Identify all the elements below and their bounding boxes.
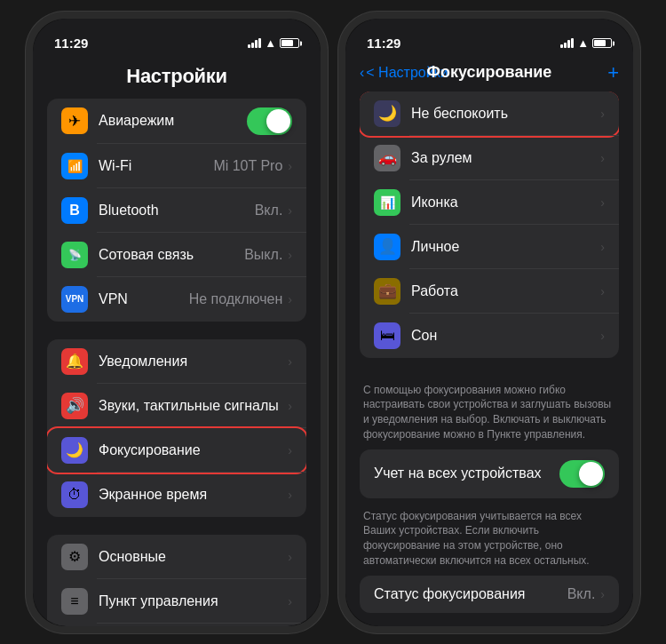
wifi-value: Mi 10T Pro (213, 158, 282, 174)
back-chevron-icon: ‹ (360, 65, 364, 81)
sounds-icon: 🔊 (61, 393, 88, 419)
sync-toggle[interactable] (559, 460, 605, 488)
personal-chevron: › (600, 240, 605, 254)
sounds-chevron: › (288, 399, 292, 413)
focus-icon: 🌙 (61, 437, 88, 464)
bluetooth-row[interactable]: B Bluetooth Вкл. › (47, 188, 306, 233)
cellular-icon: 📡 (61, 242, 88, 268)
wifi-row[interactable]: 📶 Wi-Fi Mi 10T Pro › (47, 144, 306, 188)
general-chevron: › (288, 550, 292, 564)
screen-time-row[interactable]: ⏱ Экранное время › (47, 473, 306, 517)
cellular-row[interactable]: 📡 Сотовая связь Выкл. › (47, 233, 306, 277)
status-icons-left: ▲ (248, 36, 299, 50)
airplane-row[interactable]: ✈ Авиарежим (47, 99, 306, 144)
vpn-chevron: › (288, 292, 292, 306)
status-label: Статус фокусирования (374, 586, 567, 602)
battery-icon (280, 38, 299, 48)
battery-icon-right (592, 38, 612, 48)
work-label: Работа (411, 283, 600, 299)
general-label: Основные (99, 549, 288, 565)
vpn-icon: VPN (61, 286, 88, 313)
status-chevron: › (600, 587, 605, 601)
status-row[interactable]: Статус фокусирования Вкл. › (360, 576, 619, 613)
time-left: 11:29 (54, 36, 88, 51)
page-title-bar: Настройки (33, 58, 321, 99)
control-center-row[interactable]: ≡ Пункт управления › (47, 579, 306, 624)
personal-icon: 👤 (374, 234, 400, 260)
wifi-icon-row: 📶 (61, 153, 88, 179)
do-not-disturb-label: Не беспокоить (411, 106, 600, 122)
signal-icon-right (560, 38, 574, 48)
nav-add-button[interactable]: + (607, 61, 619, 84)
status-description: Если Вы дадите своe разрешение, то при в… (345, 616, 633, 626)
icon-focus-chevron: › (600, 195, 605, 210)
general-row[interactable]: ⚙ Основные › (47, 535, 306, 579)
do-not-disturb-row[interactable]: 🌙 Не беспокоить › (360, 91, 619, 136)
airplane-toggle[interactable] (247, 107, 292, 135)
focus-label: Фокусирование (99, 442, 288, 458)
do-not-disturb-icon: 🌙 (374, 100, 400, 127)
driving-icon: 🚗 (374, 145, 400, 171)
general-icon: ⚙ (61, 544, 88, 570)
sleep-row[interactable]: 🛏 Сон › (360, 314, 619, 358)
airplane-icon: ✈ (61, 107, 88, 134)
control-center-label: Пункт управления (99, 593, 288, 609)
work-icon: 💼 (374, 278, 400, 305)
cellular-chevron: › (288, 248, 292, 262)
bluetooth-icon: B (61, 197, 88, 224)
sleep-label: Сон (411, 328, 600, 344)
sync-description: Статус фокусирования учитывается на всех… (345, 502, 633, 576)
notifications-chevron: › (288, 354, 292, 369)
focus-info-text: С помощью фокусирования можно гибко наст… (345, 376, 633, 449)
page-title: Настройки (126, 65, 226, 87)
control-center-chevron: › (288, 594, 292, 608)
wifi-chevron: › (288, 159, 292, 173)
focus-chevron: › (288, 443, 292, 457)
nav-title: Фокусирование (427, 63, 552, 82)
bluetooth-chevron: › (288, 203, 292, 218)
personal-label: Личное (411, 239, 600, 255)
airplane-label: Авиарежим (99, 113, 247, 129)
notifications-icon: 🔔 (61, 348, 88, 375)
status-value: Вкл. (567, 586, 596, 602)
personal-row[interactable]: 👤 Личное › (360, 225, 619, 269)
icon-focus-row[interactable]: 📊 Иконка › (360, 180, 619, 225)
driving-chevron: › (600, 151, 605, 165)
status-icons-right: ▲ (560, 36, 612, 50)
wifi-label: Wi-Fi (99, 158, 213, 174)
work-row[interactable]: 💼 Работа › (360, 269, 619, 314)
cellular-value: Выкл. (244, 247, 282, 263)
driving-row[interactable]: 🚗 За рулем › (360, 136, 619, 180)
work-chevron: › (600, 284, 605, 298)
status-bar-left: 11:29 ▲ (33, 19, 321, 58)
notifications-row[interactable]: 🔔 Уведомления › (47, 339, 306, 384)
vpn-row[interactable]: VPN VPN Не подключен › (47, 277, 306, 322)
icon-focus-label: Иконка (411, 195, 600, 211)
control-center-icon: ≡ (61, 588, 88, 615)
notifications-label: Уведомления (99, 354, 288, 370)
status-bar-right: 11:29 ▲ (345, 19, 633, 58)
status-section: Статус фокусирования Вкл. › (360, 576, 619, 613)
screen-time-icon: ⏱ (61, 481, 88, 508)
bluetooth-label: Bluetooth (99, 203, 255, 219)
wifi-icon: ▲ (265, 36, 276, 50)
do-not-disturb-chevron: › (600, 107, 605, 121)
screen-time-label: Экранное время (99, 487, 288, 503)
notifications-section: 🔔 Уведомления › 🔊 Звуки, тактильные сигн… (47, 339, 306, 517)
sleep-icon: 🛏 (374, 322, 400, 349)
nav-bar: ‹ < Настройки Фокусирование + (345, 58, 633, 91)
sync-label: Учет на всех устройствах (374, 465, 559, 481)
connectivity-section: ✈ Авиарежим 📶 Wi-Fi Mi 10T Pro › B Bluet… (47, 99, 306, 322)
sounds-label: Звуки, тактильные сигналы (99, 398, 288, 414)
focus-row[interactable]: 🌙 Фокусирование › (47, 428, 306, 473)
vpn-value: Не подключен (189, 291, 283, 307)
sync-row[interactable]: Учет на всех устройствах (360, 449, 619, 498)
sleep-chevron: › (600, 329, 605, 343)
bluetooth-value: Вкл. (255, 203, 283, 219)
vpn-label: VPN (99, 291, 189, 307)
display-row[interactable]: AA Экран и яркость › (47, 624, 306, 626)
left-phone: 11:29 ▲ Настройки ✈ (26, 12, 328, 633)
screen-time-chevron: › (288, 488, 292, 502)
general-section: ⚙ Основные › ≡ Пункт управления › AA Экр… (47, 535, 306, 626)
sounds-row[interactable]: 🔊 Звуки, тактильные сигналы › (47, 384, 306, 428)
